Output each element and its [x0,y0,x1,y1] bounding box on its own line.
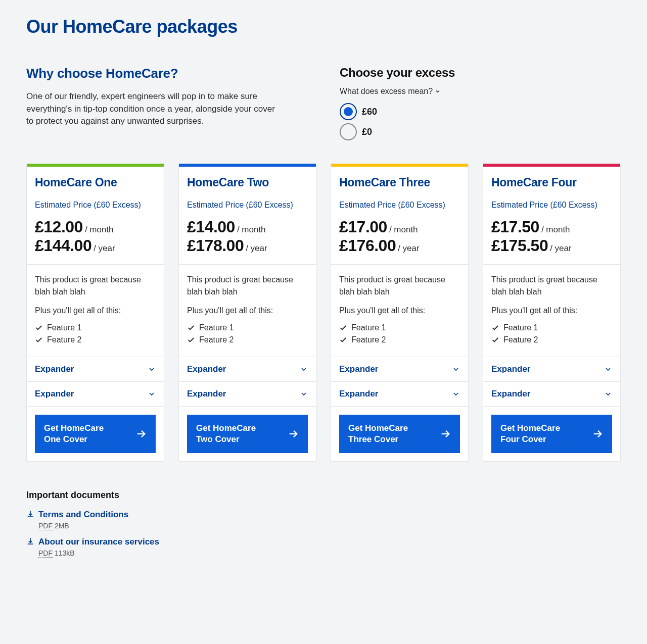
feature-label: Feature 2 [199,335,234,344]
chevron-down-icon [452,365,460,373]
estimated-price-label: Estimated Price (£60 Excess) [187,200,308,211]
document-link[interactable]: Terms and Conditions [38,510,128,520]
document-link[interactable]: About our insurance services [38,537,159,547]
expander[interactable]: Expander [331,381,468,406]
radio-icon [340,103,357,120]
expander[interactable]: Expander [483,357,620,381]
check-icon [35,336,43,344]
arrow-right-icon [440,428,451,439]
price-yearly: £178.00 [187,236,244,255]
feature-label: Feature 2 [351,335,386,344]
feature-item: Feature 2 [491,335,612,344]
feature-label: Feature 2 [503,335,538,344]
check-icon [491,336,499,344]
expander-label: Expander [339,389,378,399]
cta-label: Get HomeCare Three Cover [348,423,419,445]
price-yearly: £175.50 [491,236,548,255]
price-monthly: £17.50 [491,218,539,236]
package-name: HomeCare One [35,176,156,189]
excess-option-label: £60 [362,107,377,117]
document-meta: PDF 2MB [38,522,128,530]
check-icon [339,336,347,344]
expander[interactable]: Expander [27,381,164,406]
package-name: HomeCare Two [187,176,308,189]
price-monthly: £12.00 [35,218,83,236]
excess-help-label: What does excess mean? [340,87,433,96]
arrow-right-icon [135,428,147,439]
feature-label: Feature 2 [47,335,81,344]
get-cover-button[interactable]: Get HomeCare Three Cover [339,415,460,453]
chevron-down-icon [148,390,156,398]
expander[interactable]: Expander [27,357,164,381]
per-year: / year [550,243,572,254]
package-card: HomeCare OneEstimated Price (£60 Excess)… [26,164,164,462]
feature-item: Feature 2 [187,335,308,344]
excess-option-0[interactable]: £0 [340,123,621,140]
excess-option-60[interactable]: £60 [340,103,621,120]
expander-label: Expander [35,364,74,374]
expander[interactable]: Expander [483,381,620,406]
expander[interactable]: Expander [179,381,316,406]
price-yearly: £144.00 [35,236,91,255]
check-icon [187,324,195,332]
document-item: Terms and ConditionsPDF 2MB [26,510,621,530]
chevron-down-icon [148,365,156,373]
download-icon [26,510,34,530]
check-icon [187,336,195,344]
document-item: About our insurance servicesPDF 113kB [26,537,621,557]
excess-section: Choose your excess What does excess mean… [340,66,621,143]
feature-item: Feature 1 [187,323,308,332]
feature-item: Feature 2 [35,335,156,344]
documents-section: Important documents Terms and Conditions… [26,490,621,557]
chevron-down-icon [435,88,441,94]
package-card: HomeCare FourEstimated Price (£60 Excess… [483,164,621,462]
feature-item: Feature 1 [35,323,156,332]
excess-help-link[interactable]: What does excess mean? [340,87,621,96]
feature-label: Feature 1 [503,323,538,332]
cta-label: Get HomeCare One Cover [44,423,115,445]
cta-label: Get HomeCare Four Cover [500,423,571,445]
per-month: / month [389,225,418,235]
why-body: One of our friendly, expert engineers wi… [26,90,279,128]
chevron-down-icon [300,365,308,373]
package-name: HomeCare Three [339,176,460,189]
chevron-down-icon [604,365,612,373]
per-year: / year [246,243,267,254]
plus-intro: Plus you'll get all of this: [187,305,308,316]
package-description: This product is great because blah blah … [187,274,308,297]
per-month: / month [237,225,266,235]
expander-label: Expander [491,364,530,374]
chevron-down-icon [452,390,460,398]
get-cover-button[interactable]: Get HomeCare Four Cover [491,415,612,453]
page-title: Our HomeCare packages [26,16,621,37]
check-icon [491,324,499,332]
price-monthly: £17.00 [339,218,387,236]
check-icon [339,324,347,332]
feature-label: Feature 1 [47,323,81,332]
feature-item: Feature 1 [491,323,612,332]
price-monthly: £14.00 [187,218,235,236]
package-name: HomeCare Four [491,176,612,189]
radio-icon [340,123,357,140]
document-meta: PDF 113kB [38,549,159,557]
chevron-down-icon [300,390,308,398]
why-heading: Why choose HomeCare? [26,66,279,81]
package-card: HomeCare ThreeEstimated Price (£60 Exces… [331,164,469,462]
package-description: This product is great because blah blah … [491,274,612,297]
chevron-down-icon [604,390,612,398]
cta-label: Get HomeCare Two Cover [196,423,267,445]
why-choose-section: Why choose HomeCare? One of our friendly… [26,66,279,143]
excess-option-label: £0 [362,127,372,137]
feature-item: Feature 1 [339,323,460,332]
feature-label: Feature 1 [199,323,234,332]
expander-label: Expander [35,389,74,399]
get-cover-button[interactable]: Get HomeCare Two Cover [187,415,308,453]
arrow-right-icon [288,428,299,439]
expander[interactable]: Expander [179,357,316,381]
plus-intro: Plus you'll get all of this: [491,305,612,316]
plus-intro: Plus you'll get all of this: [339,305,460,316]
package-description: This product is great because blah blah … [35,274,156,297]
expander[interactable]: Expander [331,357,468,381]
get-cover-button[interactable]: Get HomeCare One Cover [35,415,156,453]
estimated-price-label: Estimated Price (£60 Excess) [339,200,460,211]
